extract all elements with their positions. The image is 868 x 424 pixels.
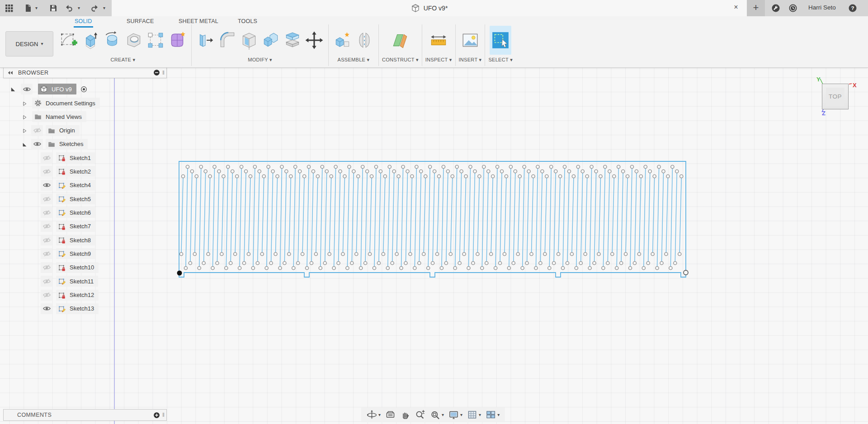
joint-icon[interactable] [354,26,375,55]
notification-clock-icon[interactable] [788,4,797,13]
eye-hidden-icon[interactable] [42,222,51,231]
select-icon[interactable] [490,26,511,55]
browser-sketch-sketch9[interactable]: Sketch9 [41,248,95,259]
dropdown-caret-icon[interactable]: ▾ [378,410,381,419]
fit-icon[interactable]: ▾ [428,409,446,421]
radio-target-icon[interactable] [80,85,88,93]
browser-sketch-sketch13[interactable]: Sketch13 [41,303,99,315]
browser-item-origin[interactable]: Origin [22,125,80,137]
browser-sketch-sketch11[interactable]: Sketch11 [41,275,98,287]
eye-hidden-icon[interactable] [42,291,51,299]
zoom-icon[interactable] [413,409,427,421]
document-tab[interactable]: UFO v9* × [112,0,747,16]
triangle-collapsed-icon[interactable] [22,127,28,133]
orbit-icon[interactable]: ▾ [365,409,382,421]
eye-hidden-icon[interactable] [42,236,51,245]
group-label-construct[interactable]: CONSTRUCT ▾ [382,57,419,63]
eye-hidden-icon[interactable] [42,195,51,203]
press-pull-icon[interactable] [195,26,217,55]
create-form-icon[interactable] [166,26,188,55]
browser-sketch-sketch8[interactable]: Sketch8 [41,234,95,246]
pattern-icon[interactable] [145,26,166,55]
look-at-icon[interactable] [383,409,397,421]
app-grid-icon[interactable] [5,4,14,13]
group-label-select[interactable]: SELECT ▾ [488,57,513,63]
group-label-create[interactable]: CREATE ▾ [111,57,136,63]
close-tab-icon[interactable]: × [731,3,741,11]
browser-sketch-sketch5[interactable]: Sketch5 [41,193,95,205]
file-dropdown-caret[interactable]: ▾ [35,4,38,13]
eye-hidden-icon[interactable] [42,154,51,162]
triangle-expanded-icon[interactable] [22,141,28,147]
pan-icon[interactable] [398,409,412,421]
comments-panel[interactable]: COMMENTS ‖ [3,409,167,421]
display-settings-icon[interactable]: ▾ [447,409,464,421]
job-status-icon[interactable] [771,4,780,13]
measure-icon[interactable] [428,26,449,55]
eye-visible-icon[interactable] [23,85,31,94]
eye-visible-icon[interactable] [42,181,51,189]
eye-hidden-icon[interactable] [42,167,51,176]
plus-circle-icon[interactable] [153,411,160,419]
undo-icon[interactable] [64,4,73,13]
new-tab-button[interactable]: + [747,0,765,16]
extrude-icon[interactable] [80,26,101,55]
eye-hidden-icon[interactable] [42,208,51,217]
browser-item-document-settings[interactable]: Document Settings [22,97,100,109]
viewcube-top-face[interactable]: TOP [826,88,844,106]
browser-sketch-sketch7[interactable]: Sketch7 [41,221,95,232]
browser-panel-header[interactable]: BROWSER ‖ [3,67,167,78]
create-sketch-icon[interactable] [58,26,80,55]
collapse-chevrons-icon[interactable] [6,69,14,76]
browser-sketch-sketch12[interactable]: Sketch12 [41,289,99,301]
group-label-modify[interactable]: MODIFY ▾ [248,57,272,63]
undo-dropdown-caret[interactable]: ▾ [78,4,80,13]
insert-image-icon[interactable] [459,26,481,55]
eye-visible-icon[interactable] [33,140,42,148]
viewports-icon[interactable]: ▾ [484,409,501,421]
browser-sketch-sketch10[interactable]: Sketch10 [41,262,99,273]
browser-sketch-sketch1[interactable]: Sketch1 [41,152,95,164]
move-copy-icon[interactable] [303,26,325,55]
eye-hidden-icon[interactable] [42,277,51,286]
redo-icon[interactable] [90,4,99,13]
group-label-inspect[interactable]: INSPECT ▾ [425,57,452,63]
hole-icon[interactable] [123,26,145,55]
triangle-collapsed-icon[interactable] [22,100,28,106]
browser-sketch-sketch2[interactable]: Sketch2 [41,165,95,177]
new-component-icon[interactable] [332,26,354,55]
shell-icon[interactable] [238,26,260,55]
triangle-collapsed-icon[interactable] [22,114,28,120]
help-icon[interactable]: ? [848,4,857,13]
workspace-selector[interactable]: DESIGN ▾ [5,31,53,57]
dropdown-caret-icon[interactable]: ▾ [460,410,462,419]
redo-dropdown-caret[interactable]: ▾ [103,4,105,13]
file-icon[interactable] [24,4,33,13]
panel-grip[interactable]: ‖ [162,412,164,418]
browser-item-sketches[interactable]: Sketches [22,138,88,150]
combine-icon[interactable] [260,26,282,55]
dropdown-caret-icon[interactable]: ▾ [442,410,444,419]
eye-hidden-icon[interactable] [42,263,51,272]
browser-item-named-views[interactable]: Named Views [22,111,86,122]
browser-sketch-sketch4[interactable]: Sketch4 [41,179,95,191]
user-name[interactable]: Harri Seto [808,4,836,11]
browser-root-component[interactable]: UFO v9 [10,83,88,95]
triangle-expanded-icon[interactable] [10,86,16,92]
panel-grip[interactable]: ‖ [162,70,164,76]
browser-sketch-sketch6[interactable]: Sketch6 [41,207,95,218]
split-body-icon[interactable] [282,26,303,55]
viewcube[interactable]: TOP [822,84,849,109]
revolve-icon[interactable] [101,26,123,55]
minus-circle-icon[interactable] [153,69,160,76]
construct-plane-icon[interactable] [389,26,411,55]
grid-layout-icon[interactable]: ▾ [465,409,483,421]
group-label-assemble[interactable]: ASSEMBLE ▾ [338,57,370,63]
eye-hidden-icon[interactable] [33,126,42,135]
dropdown-caret-icon[interactable]: ▾ [497,410,500,419]
fillet-icon[interactable] [217,26,238,55]
group-label-insert[interactable]: INSERT ▾ [459,57,482,63]
eye-visible-icon[interactable] [42,304,51,313]
save-icon[interactable] [49,4,58,13]
dropdown-caret-icon[interactable]: ▾ [479,410,481,419]
